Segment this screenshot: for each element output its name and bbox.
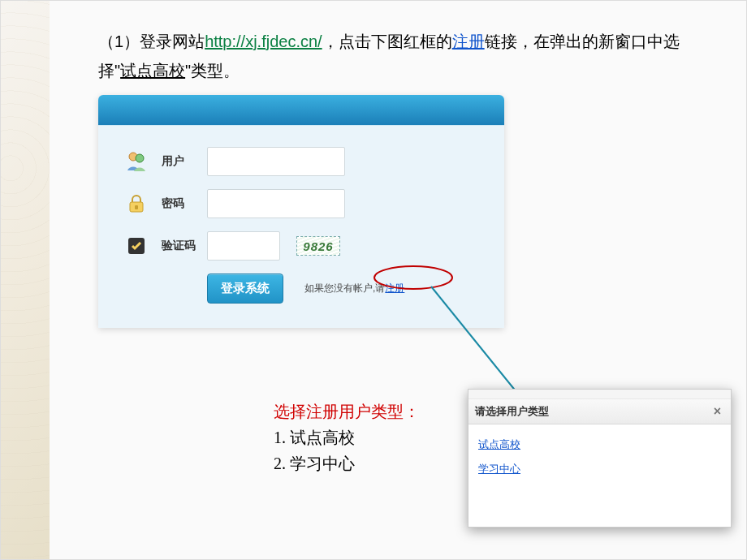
user-row: 用户 xyxy=(123,147,480,176)
pilot-underline-text: 试点高校 xyxy=(120,62,185,80)
choose-title: 选择注册用户类型： xyxy=(274,398,420,424)
users-icon xyxy=(123,148,150,175)
dialog-body: 试点高校 学习中心 xyxy=(468,424,731,527)
login-button[interactable]: 登录系统 xyxy=(207,274,283,304)
user-type-dialog: 请选择用户类型 × 试点高校 学习中心 xyxy=(468,389,732,528)
captcha-row: 验证码 9826 xyxy=(123,231,480,261)
password-label: 密码 xyxy=(162,196,207,211)
shield-icon xyxy=(123,232,150,260)
register-link[interactable]: 注册 xyxy=(385,282,404,294)
site-url-link[interactable]: http://xj.fjdec.cn/ xyxy=(205,32,322,50)
close-icon[interactable]: × xyxy=(710,404,724,419)
register-hint: 如果您没有帐户,请注册 xyxy=(304,282,404,295)
register-word-link[interactable]: 注册 xyxy=(452,32,485,50)
instruction-mid1: ，点击下图红框的 xyxy=(322,32,452,50)
login-panel-body: 用户 密码 验证码 9826 登录系统 如果 xyxy=(98,126,504,328)
svg-rect-3 xyxy=(135,205,138,209)
svg-point-1 xyxy=(136,154,144,162)
login-panel: 用户 密码 验证码 9826 登录系统 如果 xyxy=(98,95,504,328)
user-input[interactable] xyxy=(207,147,345,176)
password-row: 密码 xyxy=(123,189,480,218)
user-label: 用户 xyxy=(162,154,207,169)
password-input[interactable] xyxy=(207,189,345,218)
instruction-suffix: "类型。 xyxy=(185,62,240,80)
captcha-label: 验证码 xyxy=(162,239,207,253)
lock-icon xyxy=(123,190,150,218)
instruction-prefix: （1）登录网站 xyxy=(98,32,205,50)
instruction-paragraph: （1）登录网站http://xj.fjdec.cn/，点击下图红框的注册链接，在… xyxy=(1,1,746,85)
option-pilot-school[interactable]: 试点高校 xyxy=(478,437,721,452)
register-hint-prefix: 如果您没有帐户,请 xyxy=(304,282,385,294)
option-learning-center[interactable]: 学习中心 xyxy=(478,462,721,476)
login-panel-header xyxy=(98,95,504,126)
login-actions: 登录系统 如果您没有帐户,请注册 xyxy=(123,274,480,304)
choose-type-text: 选择注册用户类型： 1. 试点高校 2. 学习中心 xyxy=(274,398,420,476)
captcha-input[interactable] xyxy=(207,231,280,261)
dialog-title: 请选择用户类型 xyxy=(475,404,549,419)
captcha-image[interactable]: 9826 xyxy=(296,236,340,256)
dialog-header: 请选择用户类型 × xyxy=(468,399,731,424)
choose-item-1: 1. 试点高校 xyxy=(274,424,420,450)
dialog-top-bar xyxy=(468,390,731,399)
choose-item-2: 2. 学习中心 xyxy=(274,450,420,476)
